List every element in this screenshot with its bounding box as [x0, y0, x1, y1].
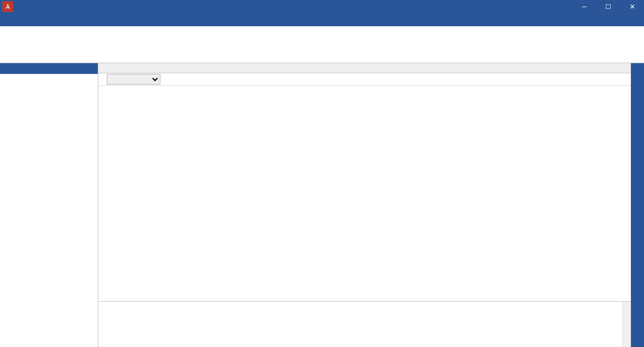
ribbon	[0, 26, 644, 63]
close-button[interactable]: ✕	[620, 0, 644, 13]
residuals-chart[interactable]	[98, 86, 631, 301]
project-tree[interactable]	[0, 74, 98, 347]
minimize-button[interactable]: ─	[572, 0, 596, 13]
sidebar-tab[interactable]	[0, 63, 98, 74]
project-sidebar	[0, 63, 98, 347]
menubar	[0, 13, 644, 26]
titlebar: A ─ ☐ ✕	[0, 0, 644, 13]
view-tabs	[98, 63, 631, 73]
console-scrollbar[interactable]	[623, 302, 631, 347]
right-toolbar	[631, 63, 644, 347]
monitor-type-select[interactable]	[107, 74, 160, 85]
maximize-button[interactable]: ☐	[596, 0, 620, 13]
output-console[interactable]	[98, 301, 631, 347]
monitor-toolbar	[98, 73, 631, 86]
main-panel	[98, 63, 631, 347]
app-logo-icon: A	[2, 1, 13, 12]
